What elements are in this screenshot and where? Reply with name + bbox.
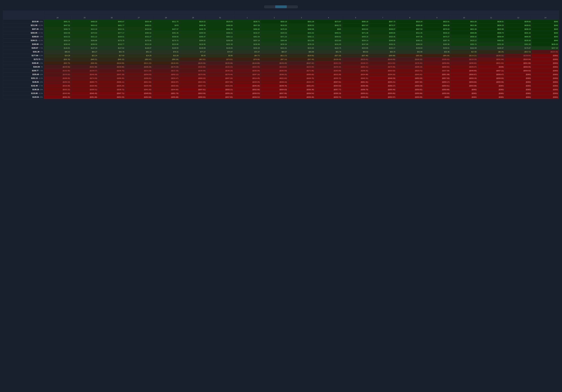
data-cell: $506.42 [451, 35, 478, 39]
data-cell: $471.38 [342, 31, 369, 35]
data-cell: ($321.52) [478, 61, 504, 65]
data-cell: $429.33 [261, 31, 288, 35]
price-cell-19: $133.86 -22.5% [3, 92, 44, 95]
data-cell: ($356.38) [288, 88, 315, 92]
data-cell: ($360) [505, 84, 532, 88]
data-cell: $639.61 [505, 23, 532, 27]
data-cell: ($359.96) [396, 92, 423, 95]
price-cell-14: $155.45 -10% [3, 73, 44, 76]
data-cell: $275.05 [125, 39, 152, 42]
table-row: $189.99 +10%$206.42$208.50$210.77$213.24… [3, 42, 559, 46]
data-cell: ($359.99) [423, 92, 450, 95]
price-cell-2: $207.26 +20% [3, 27, 44, 31]
data-cell: ($230.98) [179, 69, 207, 73]
data-cell: ($359.99) [478, 80, 504, 84]
data-cell: ($360) [532, 88, 559, 92]
data-cell: ($254.53) [125, 73, 152, 76]
price-cell-13: $159.77 -7.5% [3, 69, 44, 73]
data-cell: ($359.19) [451, 76, 478, 80]
data-cell: $247.90 [342, 42, 369, 46]
tab-net-cost[interactable] [264, 5, 275, 8]
data-cell: $505 [315, 27, 342, 31]
data-cell: $489.69 [369, 31, 396, 35]
data-cell: $496.66 [207, 23, 234, 27]
data-cell: ($135.06) [207, 61, 234, 65]
data-cell: ($360) [532, 58, 559, 61]
data-cell: ($358.52) [234, 95, 261, 99]
col-header-31: 31 [207, 16, 234, 20]
data-cell: $550.19 [261, 20, 288, 23]
data-cell: ($37.46) [342, 54, 369, 58]
data-cell: ($98.46) [71, 61, 98, 65]
data-cell: ($222.36) [152, 69, 179, 73]
tab-gross-value[interactable] [287, 5, 298, 8]
data-cell: $146.81 [44, 46, 71, 50]
data-cell: ($202.45) [234, 65, 261, 69]
data-cell: ($308.92) [423, 65, 450, 69]
data-cell: $72.37 [234, 50, 261, 54]
data-cell: $316.32 [44, 35, 71, 39]
data-cell: ($360) [532, 54, 559, 58]
data-cell: $466.82 [234, 27, 261, 31]
col-header-9: 9 [423, 16, 450, 20]
data-cell: $622.01 [423, 20, 450, 23]
data-cell: ($199.57) [71, 69, 98, 73]
data-cell: $371.23 [261, 35, 288, 39]
data-cell: ($347.71) [98, 92, 125, 95]
data-cell: ($145.56) [44, 65, 71, 69]
data-cell: $266.93 [396, 42, 423, 46]
data-cell: $300.76 [451, 42, 478, 46]
data-cell: $561.28 [288, 20, 315, 23]
col-header-12: 12 [505, 16, 532, 20]
data-cell: $56.82 [342, 50, 369, 54]
pct-value: +20% [39, 28, 43, 30]
data-cell: ($353.58) [179, 92, 207, 95]
data-cell: ($356.67) [451, 73, 478, 76]
tab-net-profit[interactable] [275, 5, 287, 8]
data-cell: $297.14 [234, 39, 261, 42]
data-cell: $589.48 [396, 23, 423, 27]
price-value: $202.95 [31, 32, 37, 34]
data-cell: ($314.45) [234, 76, 261, 80]
stock-header [3, 11, 44, 20]
table-row: $164.08 -5%($145.56)($151.98)($158.86)($… [3, 65, 559, 69]
data-cell: ($109.43) [315, 58, 342, 61]
data-cell: $640 [532, 39, 559, 42]
data-cell: ($360) [532, 76, 559, 80]
data-cell: $156.83 [396, 46, 423, 50]
pct-value: +2.5% [39, 55, 43, 57]
data-cell: $222.30 [207, 42, 234, 46]
data-cell: $387.76 [423, 39, 450, 42]
col-header-row: 242526272829311234578910111214 [3, 16, 559, 20]
data-cell: $529.83 [207, 20, 234, 23]
data-cell: ($323.71) [396, 69, 423, 73]
data-cell: $456.36 [207, 27, 234, 31]
data-cell: ($360) [505, 92, 532, 95]
data-cell: ($351.86) [71, 95, 98, 99]
pct-value: -12.5% [38, 78, 43, 79]
data-cell: ($118.45) [152, 61, 179, 65]
data-cell: ($359.84) [451, 80, 478, 84]
pct-value: -22.5% [38, 92, 43, 94]
col-header-2: 2 [261, 16, 288, 20]
data-cell: ($307.32) [207, 76, 234, 80]
data-cell: ($360) [478, 95, 504, 99]
data-cell: ($343.37) [288, 80, 315, 84]
data-cell: ($233.82) [44, 73, 71, 76]
data-cell: ($260.59) [261, 69, 288, 73]
data-cell: ($123.41) [342, 58, 369, 61]
data-cell: ($359.98) [451, 84, 478, 88]
data-cell: ($327.89) [207, 80, 234, 84]
data-cell: ($320.04) [505, 58, 532, 61]
pct-value: +7.5% [39, 47, 43, 49]
pct-value: +15% [39, 36, 43, 38]
data-cell: $490.96 [288, 27, 315, 31]
table-row: $207.26 +20%$408.75$415.30$422.31$429.84… [3, 27, 559, 31]
data-cell: $353.12 [207, 35, 234, 39]
data-cell: ($278.44) [207, 73, 234, 76]
data-cell: ($351.91) [342, 80, 369, 84]
data-cell: $640 [532, 20, 559, 23]
col-header-14: 14 [532, 16, 559, 20]
data-cell: ($360) [505, 95, 532, 99]
data-cell: $206.42 [44, 42, 71, 46]
